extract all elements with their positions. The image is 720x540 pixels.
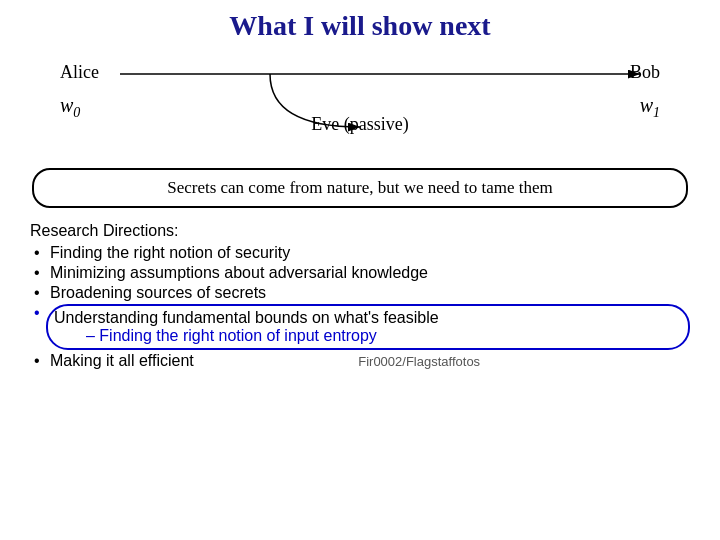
research-list: Finding the right notion of security Min… bbox=[34, 244, 690, 372]
w0-label: w0 bbox=[60, 94, 80, 121]
w1-label: w1 bbox=[640, 94, 660, 121]
diagram-svg bbox=[30, 52, 690, 162]
list-item: Broadening sources of secrets bbox=[34, 284, 690, 302]
highlight-oval: Understanding fundamental bounds on what… bbox=[46, 304, 690, 350]
page-title: What I will show next bbox=[30, 10, 690, 42]
list-item-highlighted: Understanding fundamental bounds on what… bbox=[34, 304, 690, 350]
research-heading: Research Directions: bbox=[30, 222, 690, 240]
list-item-last: Making it all efficient Fir0002/Flagstaf… bbox=[34, 352, 690, 370]
secrets-box: Secrets can come from nature, but we nee… bbox=[32, 168, 688, 208]
eve-label: Eve (passive) bbox=[311, 114, 408, 135]
bob-label: Bob bbox=[630, 62, 660, 83]
alice-label: Alice bbox=[60, 62, 99, 83]
footer-credit: Fir0002/Flagstaffotos bbox=[358, 354, 480, 369]
diagram-area: Alice Bob w0 w1 Eve (passive) bbox=[30, 52, 690, 162]
list-item: Finding the right notion of security bbox=[34, 244, 690, 262]
list-item: Minimizing assumptions about adversarial… bbox=[34, 264, 690, 282]
